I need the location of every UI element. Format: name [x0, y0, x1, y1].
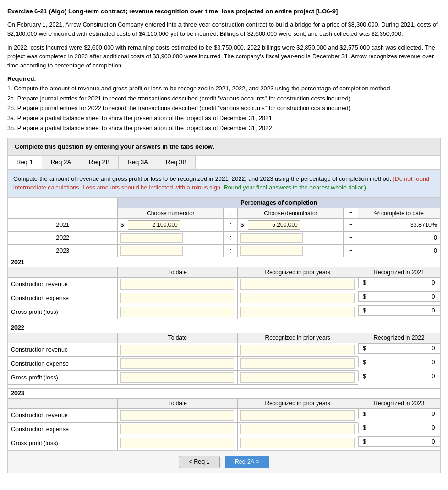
- dollar-rev-2022: $: [361, 345, 368, 352]
- req-item-2a: 2a. Prepare journal entries for 2021 to …: [7, 94, 441, 103]
- percent-2021: 33.8710%: [358, 219, 440, 232]
- dollar-gp-2023: $: [361, 438, 368, 445]
- numerator-2022[interactable]: [120, 233, 183, 243]
- construction-revenue-2023-label: Construction revenue: [8, 409, 118, 423]
- div-2022: ÷: [224, 232, 238, 245]
- gross-profit-2021-prior[interactable]: [240, 307, 355, 317]
- tabs-row: Req 1 Req 2A Req 2B Req 3A Req 3B: [8, 156, 440, 170]
- year-2021-label: 2021: [8, 219, 118, 232]
- main-table: Percentages of completion Choose numerat…: [8, 198, 440, 450]
- gross-profit-2021-label: Gross profit (loss): [8, 305, 118, 319]
- dollar-exp-2023: $: [361, 424, 368, 431]
- tab-req3a[interactable]: Req 3A: [119, 156, 157, 169]
- construction-revenue-2023-prior[interactable]: [240, 410, 355, 421]
- next-button[interactable]: Req 2A >: [225, 456, 270, 468]
- choose-numerator-label: Choose numerator: [118, 208, 224, 219]
- req-item-3b: 3b. Prepare a partial balance sheet to s…: [7, 124, 441, 133]
- construction-revenue-2022-prior[interactable]: [240, 345, 355, 355]
- section-2023-header: 2023: [8, 389, 440, 399]
- construction-expense-2021-label: Construction expense: [8, 291, 118, 305]
- to-date-2021: To date: [118, 267, 238, 278]
- percent-2023: 0: [358, 245, 440, 257]
- construction-revenue-2023-to-date[interactable]: [120, 410, 234, 421]
- dollar-exp-2022: $: [361, 359, 368, 366]
- gross-profit-2022-to-date[interactable]: [120, 372, 234, 383]
- req-item-3a: 3a. Prepare a partial balance sheet to s…: [7, 114, 441, 123]
- construction-revenue-2023-value: 0: [368, 411, 437, 417]
- tab-req2b[interactable]: Req 2B: [80, 156, 119, 169]
- construction-expense-2023-value: 0: [368, 424, 437, 431]
- construction-expense-2023-prior[interactable]: [240, 424, 355, 434]
- construction-revenue-2022-value: 0: [368, 345, 437, 352]
- section-2022-header: 2022: [8, 323, 440, 333]
- div-2023: ÷: [224, 245, 238, 257]
- dollar-2021: $: [120, 222, 124, 228]
- required-section: Required: 1. Compute the amount of reven…: [7, 75, 441, 133]
- to-date-2023: To date: [118, 399, 238, 409]
- required-title: Required:: [7, 75, 441, 82]
- construction-revenue-2021-prior[interactable]: [240, 279, 355, 290]
- construction-expense-2023-label: Construction expense: [8, 423, 118, 436]
- eq-2022: =: [344, 232, 358, 245]
- gross-profit-2023-prior[interactable]: [240, 438, 355, 448]
- denominator-2022[interactable]: [240, 233, 303, 243]
- percentages-header: Percentages of completion: [118, 198, 440, 208]
- gross-profit-2021-to-date[interactable]: [120, 307, 234, 317]
- construction-revenue-2021-to-date[interactable]: [120, 279, 234, 290]
- recognized-current-2022: Recognized in 2022: [358, 333, 440, 343]
- numerator-2023[interactable]: [120, 246, 183, 256]
- recognized-current-2021: Recognized in 2021: [358, 267, 440, 278]
- construction-expense-2022-label: Construction expense: [8, 357, 118, 371]
- page-title: Exercise 6-21 (Algo) Long-term contract;…: [7, 7, 441, 16]
- complete-box: Complete this question by entering your …: [7, 138, 441, 156]
- dollar-rev-2023: $: [361, 411, 368, 417]
- construction-revenue-2021-label: Construction revenue: [8, 278, 118, 291]
- construction-revenue-2022-label: Construction revenue: [8, 343, 118, 357]
- construction-expense-2022-value: 0: [368, 359, 437, 366]
- instruction-box: Compute the amount of revenue and gross …: [8, 170, 440, 198]
- denominator-2023[interactable]: [240, 246, 303, 256]
- year-2022-label: 2022: [8, 232, 118, 245]
- gross-profit-2023-to-date[interactable]: [120, 438, 234, 448]
- recognized-prior-2023: Recognized in prior years: [238, 399, 358, 409]
- percent-complete-label: % complete to date: [358, 208, 440, 219]
- eq-2021: =: [344, 219, 358, 232]
- construction-expense-2022-prior[interactable]: [240, 358, 355, 369]
- gross-profit-2022-prior[interactable]: [240, 372, 355, 383]
- gross-profit-2021-value: 0: [368, 307, 437, 314]
- dollar-denom-2021: $: [240, 222, 244, 228]
- req-item-1: 1. Compute the amount of revenue and gro…: [7, 84, 441, 93]
- construction-expense-2021-prior[interactable]: [240, 293, 355, 303]
- construction-expense-2023-to-date[interactable]: [120, 424, 234, 434]
- instruction-main: Compute the amount of revenue and gross …: [13, 176, 391, 182]
- recognized-prior-2021: Recognized in prior years: [238, 267, 358, 278]
- construction-expense-2021-to-date[interactable]: [120, 293, 234, 303]
- dollar-gp-2021: $: [361, 307, 368, 314]
- div-2021: ÷: [224, 219, 238, 232]
- construction-expense-2022-to-date[interactable]: [120, 358, 234, 369]
- eq-2023: =: [344, 245, 358, 257]
- to-date-2022: To date: [118, 333, 238, 343]
- year-2023-label: 2023: [8, 245, 118, 257]
- gross-profit-2022-label: Gross profit (loss): [8, 371, 118, 385]
- construction-revenue-2022-to-date[interactable]: [120, 345, 234, 355]
- percent-2022: 0: [358, 232, 440, 245]
- paragraph-1: On February 1, 2021, Arrow Construction …: [7, 21, 441, 39]
- recognized-current-2023: Recognized in 2023: [358, 399, 440, 409]
- numerator-2021[interactable]: [128, 220, 180, 230]
- dollar-exp-2021: $: [361, 293, 368, 300]
- tab-req3b[interactable]: Req 3B: [157, 156, 196, 169]
- choose-denominator-label: Choose denominator: [238, 208, 344, 219]
- prev-button[interactable]: < Req 1: [179, 456, 220, 468]
- tab-req1[interactable]: Req 1: [8, 156, 42, 169]
- gross-profit-2022-value: 0: [368, 373, 437, 379]
- denominator-2021[interactable]: [248, 220, 300, 230]
- construction-revenue-2021-value: 0: [368, 279, 437, 286]
- instruction-green: Round your final answers to the nearest …: [224, 184, 366, 191]
- gross-profit-2023-value: 0: [368, 438, 437, 445]
- dollar-rev-2021: $: [361, 279, 368, 286]
- tabs-container: Req 1 Req 2A Req 2B Req 3A Req 3B Comput…: [7, 156, 441, 474]
- paragraph-2: In 2022, costs incurred were $2,600,000 …: [7, 44, 441, 70]
- construction-expense-2021-value: 0: [368, 293, 437, 300]
- tab-req2a[interactable]: Req 2A: [42, 156, 80, 169]
